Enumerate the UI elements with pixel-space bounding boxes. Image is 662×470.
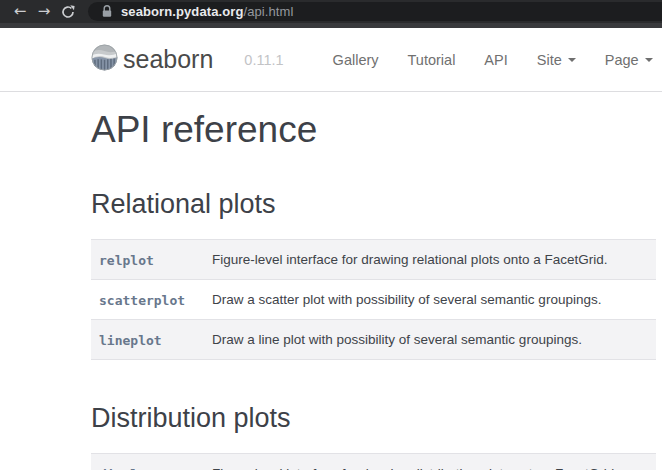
function-description: Figure-level interface for drawing relat… (212, 240, 656, 280)
nav-link-tutorial[interactable]: Tutorial (408, 52, 456, 68)
nav-link-api[interactable]: API (484, 52, 507, 68)
url-host: seaborn.pydata.org (121, 4, 243, 19)
lock-icon (102, 5, 112, 18)
section-heading: Distribution plots (91, 402, 656, 434)
page-content: API reference Relational plots relplotFi… (0, 108, 662, 470)
nav-dropdown-site-label: Site (537, 52, 562, 68)
url-path: /api.html (243, 4, 293, 19)
url-text: seaborn.pydata.org/api.html (121, 4, 293, 19)
version-label: 0.11.1 (244, 52, 283, 68)
function-description: Draw a line plot with possibility of sev… (212, 320, 656, 360)
brand-name: seaborn (123, 45, 213, 74)
function-description: Figure-level interface for drawing distr… (212, 454, 656, 470)
function-link[interactable]: relplot (99, 253, 154, 268)
reload-button[interactable] (56, 1, 80, 23)
api-table-row: lineplotDraw a line plot with possibilit… (91, 320, 656, 360)
address-bar[interactable]: seaborn.pydata.org/api.html (88, 2, 662, 21)
api-section: Distribution plots displotFigure-level i… (91, 402, 656, 470)
nav-links: Gallery Tutorial API Site Page (333, 52, 662, 68)
function-link[interactable]: scatterplot (99, 293, 185, 308)
section-heading: Relational plots (91, 188, 656, 220)
forward-button[interactable]: → (32, 1, 56, 23)
api-table-row: displotFigure-level interface for drawin… (91, 454, 656, 470)
reload-icon (61, 5, 75, 19)
seaborn-logo-icon (91, 44, 118, 75)
back-button[interactable]: ← (8, 1, 32, 23)
nav-dropdown-page[interactable]: Page (605, 52, 653, 68)
nav-link-gallery[interactable]: Gallery (333, 52, 379, 68)
function-name-cell: relplot (91, 240, 212, 280)
browser-toolbar: ← → seaborn.pydata.org/api.html (0, 0, 662, 23)
chevron-down-icon (568, 58, 576, 62)
function-description: Draw a scatter plot with possibility of … (212, 280, 656, 320)
page-title: API reference (91, 108, 656, 152)
function-name-cell: scatterplot (91, 280, 212, 320)
nav-dropdown-site[interactable]: Site (537, 52, 576, 68)
api-section: Relational plots relplotFigure-level int… (91, 188, 656, 360)
api-table-row: scatterplotDraw a scatter plot with poss… (91, 280, 656, 320)
api-table-row: relplotFigure-level interface for drawin… (91, 240, 656, 280)
nav-dropdown-page-label: Page (605, 52, 639, 68)
chevron-down-icon (645, 58, 653, 62)
brand-link[interactable]: seaborn (91, 44, 213, 75)
site-navbar: seaborn 0.11.1 Gallery Tutorial API Site… (0, 28, 662, 92)
api-table: displotFigure-level interface for drawin… (91, 453, 656, 470)
function-name-cell: displot (91, 454, 212, 470)
api-table: relplotFigure-level interface for drawin… (91, 239, 656, 360)
browser-window: ← → seaborn.pydata.org/api.html (0, 0, 662, 470)
function-link[interactable]: lineplot (99, 333, 162, 348)
function-name-cell: lineplot (91, 320, 212, 360)
sections: Relational plots relplotFigure-level int… (91, 188, 656, 470)
